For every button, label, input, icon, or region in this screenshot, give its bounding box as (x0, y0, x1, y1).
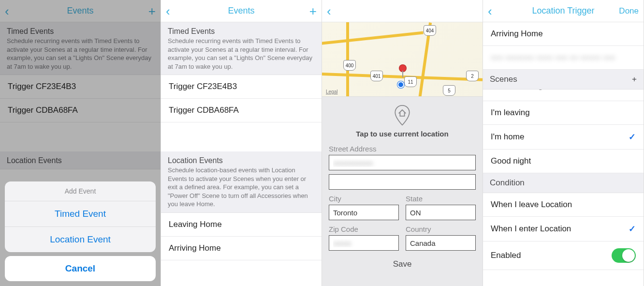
zip-field[interactable] (329, 235, 399, 251)
condition-row[interactable]: When I leave Location (483, 193, 644, 217)
navbar: ‹ Events + (0, 0, 161, 22)
scene-label: Good morning (491, 90, 543, 91)
enabled-toggle[interactable] (612, 248, 636, 263)
checkmark-icon: ✓ (629, 132, 636, 142)
location-form: Tap to use current location Street Addre… (322, 97, 483, 286)
trigger-name-row[interactable]: Arriving Home (483, 22, 644, 46)
navbar: ‹ Location Trigger Done (483, 0, 644, 22)
trigger-label: Trigger CDBA68FA (169, 105, 239, 115)
state-label: State (406, 195, 476, 203)
street-address-field-2[interactable] (329, 174, 476, 190)
highway-shield: 400 (343, 60, 356, 71)
save-button[interactable]: Save (329, 259, 476, 269)
condition-header: Condition (483, 173, 644, 193)
trigger-row[interactable]: Trigger CDBA68FA (0, 99, 161, 122)
street-address-field-1[interactable] (329, 155, 476, 170)
condition-header-label: Condition (490, 178, 525, 188)
section-description: Schedule recurring events with Timed Eve… (7, 37, 154, 71)
action-sheet-group: Add Event Timed Event Location Event (5, 181, 156, 252)
spacer (161, 122, 322, 151)
condition-label: When I leave Location (491, 200, 572, 210)
location-events-section-header: Location Events (0, 151, 161, 169)
home-pin-icon[interactable] (329, 105, 476, 129)
done-button[interactable]: Done (619, 6, 639, 16)
page-title: Events (161, 6, 322, 16)
map-pin-icon (399, 65, 406, 72)
add-icon[interactable]: + (309, 5, 317, 17)
section-description: Schedule recurring events with Timed Eve… (168, 37, 315, 71)
trigger-row[interactable]: Trigger CF23E4B3 (161, 75, 322, 99)
section-title: Timed Events (168, 27, 315, 36)
trigger-row[interactable]: Trigger CDBA68FA (161, 99, 322, 122)
condition-label: When I enter Location (491, 224, 571, 234)
country-label: Country (406, 225, 476, 233)
section-title: Location Events (168, 156, 315, 165)
condition-row[interactable]: When I enter Location ✓ (483, 217, 644, 241)
scene-row-partial[interactable]: Good morning (483, 90, 644, 101)
trigger-address-row[interactable]: xxx xxxxxxx xxxx xxx xx xxxxx xxx (483, 46, 644, 70)
add-icon[interactable]: + (148, 5, 156, 17)
section-description: Schedule location-based events with Loca… (168, 166, 315, 209)
enabled-row: Enabled (483, 241, 644, 270)
state-field[interactable] (406, 205, 476, 220)
trigger-label: Trigger CDBA68FA (8, 105, 78, 115)
trigger-row[interactable]: Trigger CF23E4B3 (0, 75, 161, 99)
zip-label: Zip Code (329, 225, 399, 233)
section-title: Location Events (7, 156, 154, 165)
city-label: City (329, 195, 399, 203)
scene-label: I'm home (491, 132, 524, 142)
scene-row[interactable]: Good night (483, 150, 644, 173)
highway-shield: 401 (370, 71, 383, 81)
current-location-dot-icon (397, 81, 404, 88)
country-field[interactable] (406, 235, 476, 251)
map-view[interactable]: 404 400 401 11 5 2 Legal (322, 22, 483, 97)
back-icon[interactable]: ‹ (166, 5, 170, 17)
screen-location-trigger: ‹ Location Trigger Done Arriving Home xx… (483, 0, 644, 286)
navbar: ‹ (322, 0, 483, 22)
highway-shield: 404 (424, 25, 436, 36)
timed-event-button[interactable]: Timed Event (5, 201, 156, 227)
scene-row[interactable]: I'm leaving (483, 101, 644, 125)
use-current-location-button[interactable]: Tap to use current location (329, 130, 476, 138)
highway-shield: 5 (443, 85, 455, 96)
action-sheet-title: Add Event (5, 181, 156, 201)
location-trigger-row[interactable]: Arriving Home (161, 237, 322, 260)
cancel-button[interactable]: Cancel (5, 256, 156, 281)
scene-row[interactable]: I'm home ✓ (483, 125, 644, 150)
add-scene-icon[interactable]: + (632, 75, 637, 84)
timed-events-section-header: Timed Events Schedule recurring events w… (161, 22, 322, 75)
add-event-action-sheet: Add Event Timed Event Location Event Can… (5, 181, 156, 281)
back-icon[interactable]: ‹ (327, 5, 331, 17)
navbar: ‹ Events + (161, 0, 322, 22)
street-address-label: Street Address (329, 145, 476, 153)
trigger-label: Trigger CF23E4B3 (169, 82, 237, 91)
trigger-label: Trigger CF23E4B3 (8, 82, 76, 91)
enabled-label: Enabled (491, 251, 521, 260)
scene-label: Good night (491, 156, 531, 166)
screen-events-with-sheet: ‹ Events + Timed Events Schedule recurri… (0, 0, 161, 286)
page-title: Events (0, 6, 161, 16)
city-field[interactable] (329, 205, 399, 220)
highway-shield: 2 (466, 71, 479, 81)
scenes-header-label: Scenes (490, 75, 517, 84)
screen-events-list: ‹ Events + Timed Events Schedule recurri… (161, 0, 322, 286)
timed-events-section-header: Timed Events Schedule recurring events w… (0, 22, 161, 75)
back-icon[interactable]: ‹ (5, 5, 9, 17)
checkmark-icon: ✓ (629, 224, 636, 234)
trigger-label: Leaving Home (169, 220, 222, 229)
scenes-header: Scenes + (483, 70, 644, 90)
location-event-button[interactable]: Location Event (5, 227, 156, 252)
trigger-name-label: Arriving Home (491, 29, 543, 39)
back-icon[interactable]: ‹ (488, 5, 492, 17)
map-legal-link[interactable]: Legal (326, 89, 337, 94)
trigger-address-label: xxx xxxxxxx xxxx xxx xx xxxxx xxx (491, 53, 615, 62)
scene-label: I'm leaving (491, 108, 530, 118)
location-trigger-row[interactable]: Leaving Home (161, 213, 322, 237)
section-title: Timed Events (7, 27, 154, 36)
location-events-section-header: Location Events Schedule location-based … (161, 151, 322, 213)
screen-location-picker: ‹ 404 400 401 11 5 2 Legal Tap to use cu… (322, 0, 483, 286)
trigger-label: Arriving Home (169, 243, 221, 253)
spacer (0, 122, 161, 151)
highway-shield: 11 (404, 76, 417, 87)
